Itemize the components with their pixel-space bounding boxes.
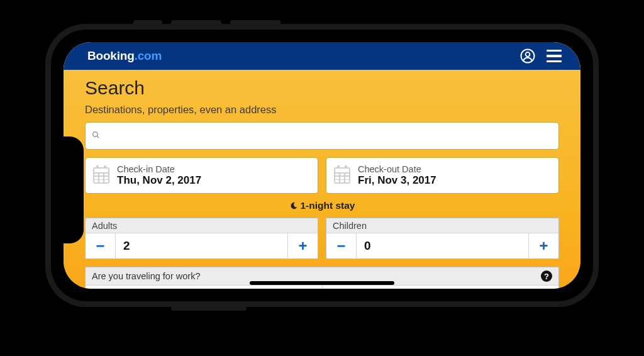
work-option-no[interactable]: No bbox=[323, 286, 559, 289]
children-label: Children bbox=[326, 218, 558, 233]
adults-value: 2 bbox=[116, 233, 287, 259]
brand-logo[interactable]: Booking.com bbox=[87, 49, 162, 63]
menu-icon[interactable] bbox=[545, 47, 563, 65]
nights-summary: 1-night stay bbox=[85, 200, 559, 211]
children-stepper: Children − 0 + bbox=[326, 218, 559, 259]
help-icon[interactable]: ? bbox=[541, 270, 552, 282]
work-option-yes[interactable]: Yes bbox=[86, 286, 322, 289]
checkout-value: Fri, Nov 3, 2017 bbox=[358, 174, 436, 187]
checkin-value: Thu, Nov 2, 2017 bbox=[117, 174, 201, 187]
moon-icon bbox=[287, 200, 299, 214]
work-question-label: Are you traveling for work? bbox=[92, 271, 200, 281]
children-increment[interactable]: + bbox=[528, 233, 558, 259]
nights-label: 1-night stay bbox=[301, 200, 355, 211]
children-decrement[interactable]: − bbox=[326, 233, 357, 259]
checkout-date-field[interactable]: Check-out Date Fri, Nov 3, 2017 bbox=[326, 157, 559, 194]
checkout-label: Check-out Date bbox=[358, 164, 436, 174]
destination-input[interactable] bbox=[105, 130, 552, 142]
work-travel-question: Are you traveling for work? ? Yes bbox=[85, 267, 559, 289]
brand-part2: .com bbox=[135, 49, 162, 62]
svg-line-3 bbox=[97, 136, 99, 138]
app-header: Booking.com bbox=[64, 42, 580, 70]
svg-point-2 bbox=[93, 132, 98, 137]
adults-label: Adults bbox=[86, 218, 318, 233]
adults-increment[interactable]: + bbox=[287, 233, 318, 259]
calendar-icon bbox=[93, 167, 109, 184]
page-title: Search bbox=[85, 77, 559, 99]
adults-decrement[interactable]: − bbox=[86, 233, 116, 259]
calendar-icon bbox=[334, 167, 350, 184]
search-icon bbox=[92, 131, 100, 141]
children-value: 0 bbox=[357, 233, 528, 259]
checkin-label: Check-in Date bbox=[117, 164, 201, 174]
checkin-date-field[interactable]: Check-in Date Thu, Nov 2, 2017 bbox=[85, 157, 318, 194]
brand-part1: Booking bbox=[87, 49, 135, 62]
svg-point-1 bbox=[526, 52, 530, 57]
profile-icon[interactable] bbox=[519, 47, 536, 65]
adults-stepper: Adults − 2 + bbox=[85, 218, 318, 259]
device-notch bbox=[64, 136, 84, 243]
home-indicator bbox=[250, 281, 394, 285]
page-subtitle: Destinations, properties, even an addres… bbox=[85, 104, 559, 116]
destination-search[interactable] bbox=[85, 122, 559, 150]
app-screen: Booking.com bbox=[64, 42, 580, 289]
